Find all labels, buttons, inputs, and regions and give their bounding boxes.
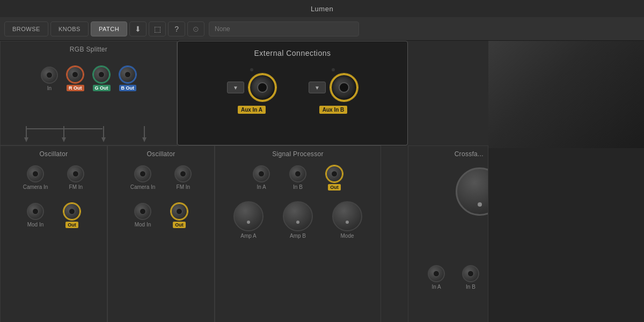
rgb-in-group: In [41, 60, 58, 91]
osc2-fm-in-label: FM In [177, 184, 191, 190]
sp-mode-group: Mode [332, 201, 362, 239]
sp-in-b-jack[interactable] [289, 165, 306, 182]
osc2-mod-in-label: Mod In [135, 222, 151, 228]
resize-button[interactable]: ⬚ [149, 21, 166, 36]
oscillator2-module: Oscillator Camera In FM In Mod In [107, 145, 215, 322]
crossfader-knob[interactable] [456, 167, 488, 216]
browse-button[interactable]: BROWSE [4, 21, 48, 36]
g-out-jack[interactable] [93, 66, 110, 83]
rgb-splitter-module: RGB Splitter In R Out G Out [0, 41, 177, 145]
external-connections-panel: External Connections ▼ Aux In A ▼ [177, 41, 408, 145]
patch-button[interactable]: PATCH [91, 21, 127, 36]
osc1-out-jack[interactable] [63, 203, 80, 220]
rgb-in-label: In [47, 85, 52, 91]
b-out-label: B Out [119, 85, 137, 91]
r-out-label: R Out [67, 85, 84, 91]
aux-in-b-group: ▼ Aux In B [309, 68, 358, 114]
osc1-camera-in-jack[interactable] [27, 165, 44, 182]
osc2-camera-in-jack[interactable] [134, 165, 151, 182]
g-out-group: G Out [93, 60, 111, 91]
sp-mode-label: Mode [340, 233, 354, 239]
crossfader-in-a-group: In A [428, 265, 445, 290]
aux-b-jack[interactable] [330, 74, 358, 101]
main-content: RGB Splitter In R Out G Out [0, 41, 644, 322]
sp-amp-a-knob[interactable] [233, 201, 264, 231]
sp-mode-knob[interactable] [332, 201, 362, 231]
osc2-fm-in-jack[interactable] [174, 165, 192, 182]
preview-display [488, 41, 644, 148]
rgb-splitter-jacks: In R Out G Out B Out [1, 55, 177, 96]
osc1-mod-in-jack[interactable] [27, 203, 44, 220]
sp-amp-b-knob[interactable] [283, 201, 313, 231]
osc2-fm-in-group: FM In [174, 165, 192, 190]
rgb-connector-arrows [1, 123, 178, 145]
aux-b-dropdown[interactable]: ▼ [309, 82, 326, 93]
crossfader-knob-dot [478, 202, 482, 207]
aux-in-a-group: ▼ Aux In A [227, 68, 276, 114]
aux-b-dot [332, 68, 335, 71]
oscillator1-module: Oscillator Camera In FM In Mod In [0, 145, 107, 322]
sp-top-jacks: In A In B Out [215, 160, 380, 191]
sp-out-jack[interactable] [326, 165, 343, 182]
g-out-label: G Out [93, 85, 111, 91]
osc1-fm-in-group: FM In [67, 165, 84, 190]
osc1-mod-in-group: Mod In [27, 203, 44, 228]
osc1-camera-in-group: Camera In [23, 165, 48, 190]
ext-connections-title: External Connections [178, 41, 407, 63]
r-out-jack[interactable] [67, 66, 84, 83]
aux-b-label: Aux In B [319, 106, 348, 114]
sp-amp-a-label: Amp A [240, 233, 256, 239]
osc2-mod-in-jack[interactable] [134, 203, 151, 220]
title-bar: Lumen [0, 0, 644, 17]
osc1-fm-in-jack[interactable] [67, 165, 84, 182]
crossfader-in-a-label: In A [431, 284, 441, 290]
osc1-out-label: Out [65, 222, 78, 228]
crossfader-in-a-jack[interactable] [428, 265, 445, 282]
sp-in-b-label: In B [293, 184, 303, 190]
osc1-bottom-jacks: Mod In Out [1, 190, 107, 228]
camera-button[interactable]: ⊙ [187, 21, 204, 36]
aux-a-dropdown[interactable]: ▼ [227, 82, 244, 93]
crossfader-module: Crossfa... In A In B [408, 145, 488, 322]
sp-in-a-label: In A [257, 184, 266, 190]
sp-in-a-jack[interactable] [253, 165, 270, 182]
app-title: Lumen [311, 5, 333, 13]
sp-knobs-row: Amp A Amp B Mode [215, 191, 380, 239]
crossfader-title: Crossfa... [408, 146, 488, 160]
preset-input[interactable] [209, 21, 359, 36]
sp-amp-b-label: Amp B [290, 233, 306, 239]
svg-marker-6 [101, 137, 106, 142]
sp-amp-b-group: Amp B [283, 201, 313, 239]
sp-out-label: Out [328, 184, 341, 191]
osc2-mod-in-group: Mod In [134, 203, 151, 228]
osc1-fm-in-label: FM In [69, 184, 83, 190]
aux-inputs-row: ▼ Aux In A ▼ Aux In B [178, 63, 407, 114]
b-out-jack[interactable] [119, 66, 136, 83]
osc1-mod-in-label: Mod In [27, 222, 44, 228]
help-button[interactable]: ? [168, 21, 185, 36]
aux-a-dot [250, 68, 253, 71]
osc1-out-group: Out [63, 203, 80, 228]
crossfader-in-b-label: In B [466, 284, 475, 290]
sp-out-group: Out [326, 165, 343, 191]
knobs-button[interactable]: KNOBS [50, 21, 89, 36]
download-button[interactable]: ⬇ [129, 21, 147, 36]
b-out-group: B Out [119, 60, 137, 91]
aux-a-label: Aux In A [238, 106, 266, 114]
rgb-in-jack[interactable] [41, 67, 58, 84]
aux-a-jack[interactable] [248, 74, 276, 101]
osc2-out-jack[interactable] [171, 203, 188, 220]
nav-bar: BROWSE KNOBS PATCH ⬇ ⬚ ? ⊙ [0, 17, 644, 41]
osc1-top-jacks: Camera In FM In [1, 160, 107, 190]
right-panel [488, 41, 644, 322]
sp-amp-a-group: Amp A [233, 201, 264, 239]
sp-in-a-group: In A [253, 165, 270, 191]
r-out-group: R Out [67, 60, 84, 91]
signal-processor-title: Signal Processor [215, 146, 380, 160]
osc2-out-group: Out [171, 203, 188, 228]
crossfader-jacks: In A In B [423, 265, 484, 290]
crossfader-in-b-jack[interactable] [462, 265, 479, 282]
aux-b-controls: ▼ [309, 74, 358, 101]
svg-marker-8 [142, 137, 147, 142]
right-controls [488, 148, 644, 322]
